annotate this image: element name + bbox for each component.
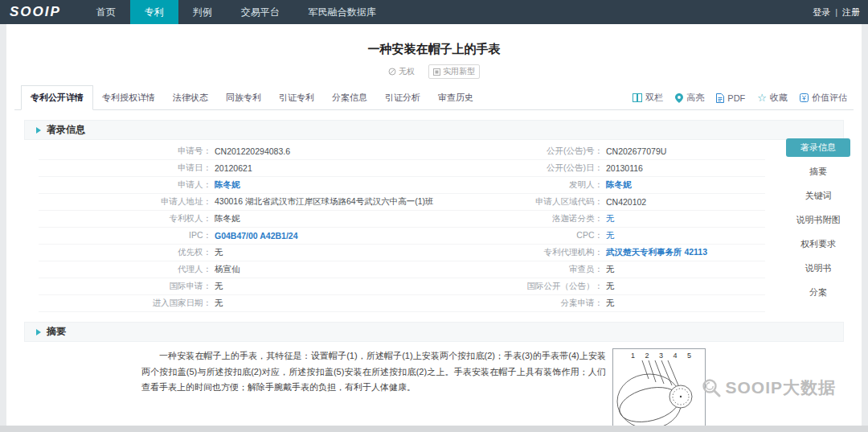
nav-mil-civ-db[interactable]: 军民融合数据库 bbox=[294, 0, 391, 24]
application-number-value: CN201220294083.6 bbox=[211, 146, 290, 156]
field-label: 申请号： bbox=[39, 146, 211, 157]
tool-valuation-label: 价值评估 bbox=[812, 92, 847, 104]
detail-tabbar: 专利公开详情 专利授权详情 法律状态 同族专利 引证专利 分案信息 引证分析 审… bbox=[14, 85, 854, 110]
field-label: CPC： bbox=[402, 230, 603, 241]
inventor-link[interactable]: 陈冬妮 bbox=[603, 179, 632, 191]
patent-type-label: 实用新型 bbox=[443, 66, 475, 77]
register-link[interactable]: 注册 bbox=[842, 6, 860, 19]
top-navbar: SOOIP 首页 专利 判例 交易平台 军民融合数据库 登录 | 注册 bbox=[0, 0, 868, 24]
priority-value: 无 bbox=[211, 247, 223, 258]
side-nav-description[interactable]: 说明书 bbox=[786, 259, 850, 278]
auth-separator: | bbox=[835, 7, 837, 17]
field-label: 申请人地址： bbox=[39, 196, 211, 208]
star-icon: ☆ bbox=[757, 94, 767, 102]
side-nav-drawings[interactable]: 说明书附图 bbox=[786, 211, 850, 229]
locarno-link[interactable]: 无 bbox=[603, 213, 615, 224]
nav-cases[interactable]: 判例 bbox=[178, 0, 227, 24]
patent-type-badge: 实用新型 bbox=[428, 64, 480, 79]
tab-legal-status[interactable]: 法律状态 bbox=[164, 86, 217, 109]
field-label: 发明人： bbox=[402, 179, 603, 191]
cpc-link[interactable]: 无 bbox=[603, 230, 615, 241]
side-nav-keywords[interactable]: 关键词 bbox=[786, 187, 850, 205]
field-label: 专利代理机构： bbox=[402, 247, 603, 258]
field-label: 公开(公告)号： bbox=[402, 146, 603, 157]
table-row: 进入国家日期：无 分案申请：无 bbox=[39, 295, 765, 312]
figure-reference-numbers: 1 2 3 4 5 bbox=[621, 352, 705, 360]
biblio-table: 申请号：CN201220294083.6 公开(公告)号：CN202677079… bbox=[39, 143, 765, 312]
biblio-section-header[interactable]: 著录信息 bbox=[24, 120, 844, 140]
field-label: 国际申请： bbox=[39, 281, 211, 292]
tool-favorite[interactable]: ☆ 收藏 bbox=[757, 92, 788, 104]
field-label: 代理人： bbox=[39, 264, 211, 275]
table-row: 申请人：陈冬妮 发明人：陈冬妮 bbox=[39, 177, 765, 194]
side-nav-divisional[interactable]: 分案 bbox=[786, 283, 850, 302]
section-anchor-nav: 著录信息 摘要 关键词 说明书附图 权利要求 说明书 分案 bbox=[786, 138, 850, 302]
utility-model-icon bbox=[433, 68, 440, 76]
tool-pdf[interactable]: PDF bbox=[716, 93, 745, 103]
tab-patent-public-details[interactable]: 专利公开详情 bbox=[21, 85, 93, 110]
valuation-icon bbox=[800, 93, 809, 102]
abstract-section-header[interactable]: 摘要 bbox=[24, 322, 844, 342]
table-row: 国际申请：无 国际公开（公告）：无 bbox=[39, 278, 765, 295]
ipc-link[interactable]: G04B47/00 A42B1/24 bbox=[211, 231, 298, 241]
field-label: 进入国家日期： bbox=[39, 298, 211, 309]
national-entry-date-value: 无 bbox=[211, 298, 223, 309]
publication-number-value: CN202677079U bbox=[603, 146, 666, 156]
table-row: 申请日：20120621 公开(公告)日：20130116 bbox=[39, 160, 765, 177]
status-badge-label: 无权 bbox=[399, 66, 415, 77]
field-label: 申请人： bbox=[39, 179, 211, 191]
columns-icon bbox=[633, 93, 642, 102]
field-label: 分案申请： bbox=[402, 298, 603, 309]
auth-links: 登录 | 注册 bbox=[813, 0, 868, 24]
tab-divisional-info[interactable]: 分案信息 bbox=[323, 86, 376, 109]
patent-drawing: 1 2 3 4 5 bbox=[612, 348, 706, 426]
agency-link[interactable]: 武汉楚天专利事务所 42113 bbox=[603, 247, 707, 258]
intl-publication-value: 无 bbox=[603, 281, 615, 292]
region-code-value: CN420102 bbox=[603, 197, 646, 207]
field-label: 优先权： bbox=[39, 247, 211, 258]
tab-family-patents[interactable]: 同族专利 bbox=[217, 86, 270, 109]
tool-two-column[interactable]: 双栏 bbox=[633, 92, 663, 104]
agent-value: 杨宣仙 bbox=[211, 264, 240, 275]
tool-two-column-label: 双栏 bbox=[645, 92, 663, 104]
field-label: 专利权人： bbox=[39, 213, 211, 224]
side-nav-claims[interactable]: 权利要求 bbox=[786, 235, 850, 253]
field-label: 申请日： bbox=[39, 163, 211, 174]
nav-patent[interactable]: 专利 bbox=[130, 0, 178, 24]
pdf-icon bbox=[716, 93, 724, 103]
field-label: 国际公开（公告）： bbox=[402, 281, 603, 292]
tab-patent-grant-details[interactable]: 专利授权详情 bbox=[93, 86, 164, 109]
tool-pdf-label: PDF bbox=[727, 93, 745, 103]
status-badge: 无权 bbox=[388, 66, 415, 77]
side-nav-abstract[interactable]: 摘要 bbox=[786, 163, 850, 181]
table-row: 专利权人：陈冬妮 洛迦诺分类：无 bbox=[39, 211, 765, 228]
nav-home[interactable]: 首页 bbox=[82, 0, 130, 24]
table-row: IPC：G04B47/00 A42B1/24 CPC：无 bbox=[39, 228, 765, 245]
collapse-arrow-icon bbox=[36, 127, 41, 134]
tool-highlight[interactable]: 高亮 bbox=[675, 92, 704, 104]
table-row: 申请号：CN201220294083.6 公开(公告)号：CN202677079… bbox=[39, 143, 765, 160]
nav-trade-platform[interactable]: 交易平台 bbox=[227, 0, 294, 24]
table-row: 申请人地址：430016 湖北省武汉市江岸区球场路64号武汉六中高一(1)班 申… bbox=[39, 194, 765, 211]
no-rights-icon bbox=[388, 68, 396, 76]
side-nav-biblio[interactable]: 著录信息 bbox=[786, 138, 850, 157]
tab-examination-history[interactable]: 审查历史 bbox=[429, 86, 482, 109]
tab-cited-patents[interactable]: 引证专利 bbox=[270, 86, 323, 109]
publication-date-value: 20130116 bbox=[603, 163, 643, 173]
divisional-application-value: 无 bbox=[603, 298, 615, 309]
page-bottom-strip bbox=[0, 426, 868, 432]
tool-valuation[interactable]: 价值评估 bbox=[800, 92, 847, 104]
patentee-value: 陈冬妮 bbox=[211, 213, 240, 224]
tab-citation-analysis[interactable]: 引证分析 bbox=[376, 86, 429, 109]
tool-favorite-label: 收藏 bbox=[770, 92, 788, 104]
pin-icon bbox=[675, 93, 683, 103]
patent-badges: 无权 实用新型 bbox=[6, 64, 862, 77]
intl-application-value: 无 bbox=[211, 281, 223, 292]
sooip-logo[interactable]: SOOIP bbox=[0, 0, 82, 24]
applicant-link[interactable]: 陈冬妮 bbox=[211, 179, 240, 191]
patent-figure-svg bbox=[613, 360, 705, 426]
login-link[interactable]: 登录 bbox=[813, 6, 830, 19]
abstract-section-title: 摘要 bbox=[47, 325, 66, 339]
abstract-content: 一种安装在帽子上的手表，其特征是：设置帽子(1)，所述帽子(1)上安装两个按扣底… bbox=[6, 348, 862, 396]
table-row: 代理人：杨宣仙 审查员：无 bbox=[39, 261, 765, 278]
